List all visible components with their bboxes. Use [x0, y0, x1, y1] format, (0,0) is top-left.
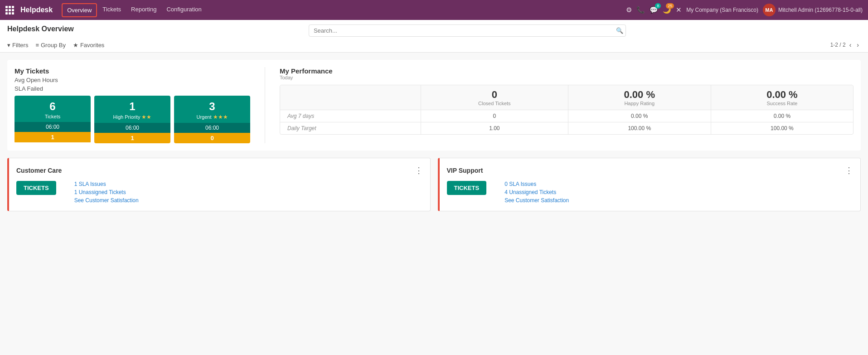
success-rate-value: 0.00 %	[718, 89, 846, 101]
kebab-menu-cc[interactable]: ⋮	[415, 165, 423, 175]
perf-target-success: 100.00 %	[711, 122, 853, 135]
vertical-divider	[265, 67, 265, 143]
user-info[interactable]: MA Mitchell Admin (12696778-15-0-all)	[763, 4, 863, 16]
perf-target-label: Daily Target	[280, 122, 421, 135]
ticket-avg-hours-urgent: 06:00	[174, 123, 250, 133]
next-page-button[interactable]: ›	[855, 40, 861, 49]
topbar: Helpdesk Overview Tickets Reporting Conf…	[0, 0, 868, 20]
perf-target-row: Daily Target 1.00 100.00 % 100.00 %	[280, 122, 853, 135]
close-icon[interactable]: ✕	[676, 6, 682, 14]
company-name: My Company (San Francisco)	[686, 7, 758, 13]
page-title: Helpdesk Overview	[7, 25, 74, 37]
performance-table: 0 Closed Tickets 0.00 % Happy Rating 0.0…	[280, 85, 853, 134]
ticket-card-all[interactable]: 6 Tickets 06:00 1	[15, 96, 91, 143]
app-brand[interactable]: Helpdesk	[20, 6, 53, 14]
filter-actions: ▾ Filters ≡ Group By ★ Favorites	[7, 42, 104, 49]
team-body-vip: TICKETS 0 SLA Issues 4 Unassigned Ticket…	[447, 181, 853, 204]
topbar-nav: Overview Tickets Reporting Configuration	[62, 3, 623, 17]
satisfaction-link-cc[interactable]: See Customer Satisfaction	[74, 197, 139, 204]
avg-open-label: Avg Open Hours	[15, 77, 64, 83]
performance-table-wrap: 0 Closed Tickets 0.00 % Happy Rating 0.0…	[280, 85, 853, 135]
perf-avg-label: Avg 7 days	[280, 110, 421, 122]
ticket-avg-hours-hp: 06:00	[94, 123, 170, 133]
moon-icon[interactable]: 🌙 25	[663, 6, 671, 14]
team-body-cc: TICKETS 1 SLA Issues 1 Unassigned Ticket…	[16, 181, 423, 204]
prev-page-button[interactable]: ‹	[848, 40, 853, 49]
ticket-sla-all: 1	[15, 132, 91, 142]
group-by-icon: ≡	[35, 42, 39, 49]
perf-avg-success: 0.00 %	[711, 110, 853, 122]
team-links-cc: 1 SLA Issues 1 Unassigned Tickets See Cu…	[74, 181, 139, 204]
filter-funnel-icon: ▾	[7, 42, 10, 49]
closed-tickets-value: 0	[428, 89, 561, 101]
team-card-header-vip: VIP Support ⋮	[447, 165, 853, 175]
satisfaction-link-vip[interactable]: See Customer Satisfaction	[504, 197, 569, 204]
user-name: Mitchell Admin (12696778-15-0-all)	[778, 7, 863, 13]
perf-col-happy-header: 0.00 % Happy Rating	[568, 85, 711, 110]
sla-issues-link-cc[interactable]: 1 SLA Issues	[74, 181, 139, 187]
avg-open-row: Avg Open Hours	[15, 77, 250, 83]
main-content: My Tickets Avg Open Hours SLA Failed 6 T…	[0, 53, 868, 219]
perf-avg-closed: 0	[421, 110, 568, 122]
perf-col-closed-header: 0 Closed Tickets	[421, 85, 568, 110]
unassigned-link-cc[interactable]: 1 Unassigned Tickets	[74, 189, 139, 195]
settings-icon[interactable]: ⚙	[626, 6, 632, 14]
stats-section: My Tickets Avg Open Hours SLA Failed 6 T…	[7, 60, 861, 151]
tickets-button-cc[interactable]: TICKETS	[16, 181, 56, 195]
team-card-customer-care: Customer Care ⋮ TICKETS 1 SLA Issues 1 U…	[7, 158, 431, 211]
filters-label: Filters	[12, 42, 28, 49]
ticket-sla-hp: 1	[94, 133, 170, 143]
user-avatar: MA	[763, 4, 776, 16]
ticket-card-high-priority[interactable]: 1 High Priority ★★ 06:00 1	[94, 96, 170, 143]
group-by-button[interactable]: ≡ Group By	[35, 42, 66, 49]
perf-target-happy: 100.00 %	[568, 122, 711, 135]
ticket-cards-container: 6 Tickets 06:00 1 1 High Priority ★★	[15, 96, 250, 143]
sla-issues-link-vip[interactable]: 0 SLA Issues	[504, 181, 569, 187]
happy-rating-value: 0.00 %	[576, 89, 703, 101]
unassigned-link-vip[interactable]: 4 Unassigned Tickets	[504, 189, 569, 195]
ticket-count-urgent: 3	[177, 100, 247, 113]
teams-row: Customer Care ⋮ TICKETS 1 SLA Issues 1 U…	[7, 158, 861, 211]
kebab-menu-vip[interactable]: ⋮	[845, 165, 853, 175]
filters-button[interactable]: ▾ Filters	[7, 42, 28, 49]
search-container: 🔍	[309, 24, 626, 37]
ticket-label-all: Tickets	[17, 114, 88, 119]
nav-item-configuration[interactable]: Configuration	[162, 3, 206, 17]
favorites-button[interactable]: ★ Favorites	[73, 42, 104, 49]
perf-avg-happy: 0.00 %	[568, 110, 711, 122]
team-card-header-cc: Customer Care ⋮	[16, 165, 423, 175]
ticket-avg-hours-all: 06:00	[15, 122, 91, 132]
search-icon[interactable]: 🔍	[616, 27, 623, 34]
happy-rating-label: Happy Rating	[576, 101, 703, 106]
team-name-vip: VIP Support	[447, 167, 483, 174]
search-input[interactable]	[309, 24, 626, 37]
perf-col-success-header: 0.00 % Success Rate	[711, 85, 853, 110]
nav-item-overview[interactable]: Overview	[62, 3, 97, 17]
team-name-cc: Customer Care	[16, 167, 62, 174]
tickets-button-vip[interactable]: TICKETS	[447, 181, 487, 195]
perf-row-label-header	[280, 85, 421, 110]
phone-icon[interactable]: 📞	[636, 6, 645, 14]
success-rate-label: Success Rate	[718, 101, 846, 106]
favorites-label: Favorites	[80, 42, 104, 49]
nav-item-reporting[interactable]: Reporting	[126, 3, 161, 17]
chat-badge: 8	[655, 3, 661, 9]
team-card-vip-support: VIP Support ⋮ TICKETS 0 SLA Issues 4 Una…	[438, 158, 861, 211]
nav-item-tickets[interactable]: Tickets	[98, 3, 126, 17]
stars-hp: ★★	[141, 114, 151, 120]
perf-avg-row: Avg 7 days 0 0.00 % 0.00 %	[280, 110, 853, 122]
ticket-card-urgent[interactable]: 3 Urgent ★★★ 06:00 0	[174, 96, 250, 143]
app-grid-icon[interactable]	[5, 6, 14, 15]
ticket-count-hp: 1	[97, 100, 168, 113]
filter-row: ▾ Filters ≡ Group By ★ Favorites 1-2 / 2…	[7, 39, 861, 52]
sla-failed-row: SLA Failed	[15, 85, 250, 92]
ticket-count-all: 6	[17, 100, 88, 113]
pagination-text: 1-2 / 2	[830, 42, 846, 48]
chat-icon[interactable]: 💬 8	[650, 6, 658, 14]
my-performance-title: My Performance	[280, 67, 853, 75]
pagination-info: 1-2 / 2 ‹ ›	[830, 40, 861, 49]
star-icon: ★	[73, 42, 78, 49]
moon-badge: 25	[666, 3, 674, 9]
perf-target-closed: 1.00	[421, 122, 568, 135]
stars-urgent: ★★★	[213, 114, 228, 120]
